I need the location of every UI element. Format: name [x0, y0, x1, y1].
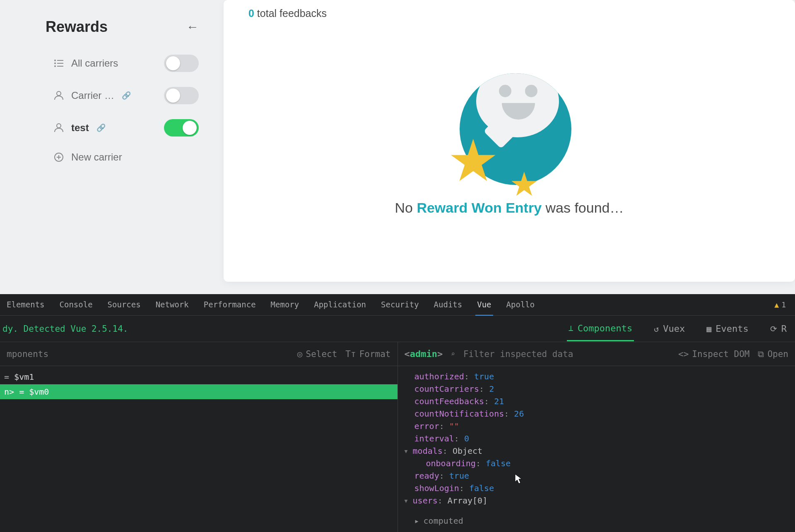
- star-icon: ★: [447, 127, 499, 194]
- vue-status: dy. Detected Vue 2.5.14.: [0, 324, 128, 334]
- vue-nav-vuex[interactable]: ↺Vuex: [652, 317, 687, 340]
- sidebar: Rewards ← All carriers Carrier …: [0, 0, 224, 294]
- prop-row[interactable]: countCarriers: 2: [414, 383, 787, 395]
- refresh-icon: ⟳: [770, 324, 777, 334]
- devtools-tab-network[interactable]: Network: [154, 294, 190, 316]
- list-icon: [54, 60, 64, 67]
- selected-component-tag: <admin>: [405, 349, 443, 359]
- svg-point-4: [55, 66, 55, 67]
- grid-icon: ▦: [706, 324, 711, 334]
- devtools: Elements Console Sources Network Perform…: [0, 294, 795, 532]
- devtools-tab-apollo[interactable]: Apollo: [505, 294, 537, 316]
- vue-nav-refresh[interactable]: ⟳R: [768, 317, 788, 340]
- devtools-tab-console[interactable]: Console: [58, 294, 94, 316]
- vue-nav-components[interactable]: ⟂Components: [567, 316, 634, 341]
- carrier-list: All carriers Carrier … 🔗: [46, 55, 199, 163]
- carrier-item-all[interactable]: All carriers: [54, 55, 199, 72]
- computed-section[interactable]: ▸computed: [398, 511, 795, 526]
- devtools-tabs: Elements Console Sources Network Perform…: [0, 294, 795, 316]
- devtools-tab-elements[interactable]: Elements: [5, 294, 46, 316]
- svg-point-7: [57, 124, 61, 128]
- prop-row[interactable]: authorized: true: [414, 370, 787, 383]
- person-icon: [54, 91, 64, 100]
- svg-point-6: [57, 91, 61, 96]
- history-icon: ↺: [654, 324, 659, 334]
- tree-row-selected[interactable]: n> = $vm0: [0, 384, 398, 399]
- carrier-item-test[interactable]: test 🔗: [54, 119, 199, 137]
- empty-state-illustration: ★ ★: [447, 65, 571, 185]
- component-data: authorized: truecountCarriers: 2countFee…: [398, 366, 795, 511]
- prop-row[interactable]: countFeedbacks: 21: [414, 395, 787, 407]
- carrier-label: Carrier …: [71, 90, 114, 101]
- component-tree: = $vm1 n> = $vm0: [0, 366, 398, 403]
- devtools-tab-performance[interactable]: Performance: [202, 294, 258, 316]
- prop-row[interactable]: interval: 0: [414, 432, 787, 445]
- carrier-toggle[interactable]: [164, 55, 199, 72]
- select-component-button[interactable]: ◎Select: [297, 349, 337, 359]
- carrier-label: test: [71, 122, 89, 134]
- search-icon: ⌕: [451, 350, 455, 358]
- vue-panel-top: dy. Detected Vue 2.5.14. ⟂Components ↺Vu…: [0, 316, 795, 342]
- prop-row[interactable]: ready: true: [414, 470, 787, 482]
- devtools-warning-count[interactable]: ▲1: [774, 300, 793, 309]
- prop-row[interactable]: countNotifications: 26: [414, 407, 787, 420]
- triangle-icon[interactable]: ▾: [404, 446, 409, 456]
- carrier-toggle[interactable]: [164, 87, 199, 104]
- component-tree-panel: mponents ◎Select TтFormat = $vm1 n> = $v…: [0, 342, 398, 532]
- triangle-icon[interactable]: ▾: [404, 496, 409, 506]
- svg-point-2: [55, 63, 55, 64]
- component-tree-toolbar: mponents ◎Select TтFormat: [0, 342, 398, 366]
- tree-row[interactable]: = $vm1: [0, 369, 398, 384]
- plus-circle-icon: [54, 153, 64, 162]
- inspector-toolbar: <admin> ⌕ <>Inspect DOM ⧉Open: [398, 342, 795, 366]
- page-title: Rewards: [46, 18, 108, 36]
- vue-nav-events[interactable]: ▦Events: [705, 317, 750, 340]
- devtools-tab-sources[interactable]: Sources: [106, 294, 142, 316]
- vue-nav: ⟂Components ↺Vuex ▦Events ⟳R: [567, 316, 788, 341]
- star-icon: ★: [509, 165, 539, 204]
- link-icon: 🔗: [96, 123, 106, 132]
- code-icon: <>: [678, 349, 689, 359]
- target-icon: ◎: [297, 349, 303, 359]
- warning-icon: ▲: [774, 300, 779, 309]
- text-icon: Tт: [345, 349, 356, 359]
- prop-row[interactable]: showLogin: false: [414, 482, 787, 494]
- prop-row[interactable]: error: "": [414, 420, 787, 432]
- triangle-icon: ▸: [414, 516, 419, 526]
- tree-icon: ⟂: [569, 323, 573, 333]
- inspect-dom-button[interactable]: <>Inspect DOM: [678, 349, 749, 359]
- svg-point-0: [55, 60, 55, 61]
- external-link-icon: ⧉: [758, 349, 764, 359]
- filter-input[interactable]: [463, 349, 612, 359]
- carrier-toggle[interactable]: [164, 119, 199, 137]
- person-icon: [54, 123, 64, 132]
- feedback-count-label: total feedbacks: [254, 7, 327, 19]
- format-button[interactable]: TтFormat: [345, 349, 390, 359]
- sidebar-header: Rewards ←: [46, 18, 199, 36]
- main-panel: 0 total feedbacks ★ ★ No Reward Won Entr…: [224, 0, 795, 282]
- prop-row[interactable]: ▾users: Array[0]: [414, 494, 787, 507]
- filter-label: mponents: [7, 349, 48, 359]
- devtools-tab-application[interactable]: Application: [312, 294, 368, 316]
- carrier-item[interactable]: Carrier … 🔗: [54, 87, 199, 104]
- feedback-count: 0 total feedbacks: [248, 7, 770, 19]
- component-inspector-panel: <admin> ⌕ <>Inspect DOM ⧉Open authorized…: [398, 342, 795, 532]
- devtools-tab-security[interactable]: Security: [379, 294, 421, 316]
- empty-state: ★ ★ No Reward Won Entry was found…: [248, 65, 770, 216]
- devtools-tab-audits[interactable]: Audits: [432, 294, 464, 316]
- devtools-tab-vue[interactable]: Vue: [475, 294, 493, 316]
- open-button[interactable]: ⧉Open: [758, 349, 788, 359]
- link-icon: 🔗: [122, 91, 131, 100]
- new-carrier-button[interactable]: New carrier: [54, 151, 199, 163]
- devtools-tab-memory[interactable]: Memory: [269, 294, 301, 316]
- prop-row[interactable]: ▾modals: Object: [414, 445, 787, 457]
- prop-row[interactable]: onboarding: false: [414, 457, 787, 470]
- back-arrow-icon[interactable]: ←: [186, 20, 199, 34]
- carrier-label: All carriers: [71, 58, 118, 69]
- feedback-count-number: 0: [248, 7, 254, 19]
- new-carrier-label: New carrier: [71, 151, 122, 163]
